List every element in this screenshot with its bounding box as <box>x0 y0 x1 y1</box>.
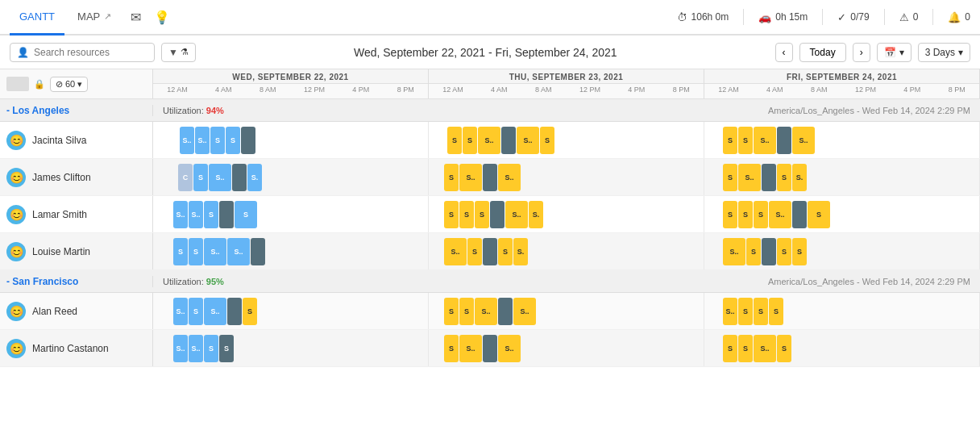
shift-block[interactable]: S.. <box>204 238 226 265</box>
shift-block[interactable]: S.. <box>505 201 528 228</box>
shift-block[interactable]: S.. <box>513 298 536 325</box>
shift-block[interactable]: S <box>723 335 737 362</box>
shift-block[interactable]: S <box>189 298 203 325</box>
shift-block[interactable]: S.. <box>478 127 500 154</box>
shift-block[interactable]: S <box>219 335 234 362</box>
search-input[interactable] <box>34 47 147 58</box>
shift-block[interactable]: S <box>754 298 768 325</box>
shift-block[interactable]: S <box>723 201 737 228</box>
shift-block[interactable]: S <box>738 298 753 325</box>
shift-block[interactable] <box>792 201 807 228</box>
shift-block[interactable]: S.. <box>723 238 745 265</box>
filter-button[interactable]: ▼ ⚗ <box>161 43 196 62</box>
today-button[interactable]: Today <box>799 43 846 62</box>
shift-block[interactable]: S <box>738 127 753 154</box>
shift-block[interactable]: S.. <box>769 201 791 228</box>
shift-block[interactable]: S.. <box>173 201 188 228</box>
group-name-sf[interactable]: - San Francisco <box>0 276 153 287</box>
shift-block[interactable]: S <box>189 238 203 265</box>
prev-button[interactable]: ‹ <box>775 43 793 62</box>
shift-block[interactable]: S.. <box>459 335 482 362</box>
shift-block[interactable]: S.. <box>459 164 482 191</box>
shift-block[interactable]: S. <box>513 238 528 265</box>
shift-block[interactable] <box>241 127 255 154</box>
shift-block[interactable]: S <box>447 127 462 154</box>
shift-block[interactable] <box>498 298 513 325</box>
shift-block[interactable] <box>501 127 516 154</box>
shift-block[interactable]: S <box>540 127 554 154</box>
group-name-la[interactable]: - Los Angeles <box>0 105 153 116</box>
shift-block[interactable]: S.. <box>517 127 539 154</box>
shift-block[interactable]: S.. <box>173 335 188 362</box>
shift-block[interactable]: S <box>444 335 459 362</box>
shift-block[interactable]: S.. <box>189 335 203 362</box>
shift-block[interactable] <box>490 201 505 228</box>
shift-block[interactable]: S. <box>792 164 807 191</box>
shift-block[interactable]: S <box>463 127 477 154</box>
shift-block[interactable] <box>762 238 776 265</box>
shift-block[interactable]: S <box>738 201 753 228</box>
shift-block[interactable]: S.. <box>754 127 776 154</box>
shift-block[interactable]: S <box>459 298 474 325</box>
shift-block[interactable]: S <box>738 335 753 362</box>
mail-icon[interactable]: ✉ <box>131 10 141 25</box>
search-box[interactable]: 👤 <box>10 43 155 62</box>
shift-block[interactable] <box>762 164 776 191</box>
shift-block[interactable]: S. <box>247 164 262 191</box>
shift-block[interactable]: S.. <box>792 127 815 154</box>
shift-block[interactable]: S <box>243 298 257 325</box>
shift-block[interactable] <box>251 238 265 265</box>
shift-block[interactable]: S.. <box>754 335 776 362</box>
shift-block[interactable] <box>483 164 497 191</box>
lightbulb-icon[interactable]: 💡 <box>154 10 170 25</box>
shift-block[interactable]: S.. <box>195 127 210 154</box>
shift-block[interactable]: S.. <box>209 164 231 191</box>
tab-map[interactable]: MAP ↗ <box>68 0 121 36</box>
shift-block[interactable] <box>483 238 497 265</box>
shift-block[interactable]: S <box>173 238 188 265</box>
shift-block[interactable]: S <box>444 164 459 191</box>
next-button[interactable]: › <box>853 43 870 62</box>
shift-block[interactable]: S <box>808 201 830 228</box>
shift-block[interactable]: S <box>235 201 257 228</box>
shift-block[interactable]: S <box>498 238 513 265</box>
shift-block[interactable]: S.. <box>475 298 497 325</box>
shift-block[interactable]: S <box>746 238 761 265</box>
shift-block[interactable]: S <box>226 127 240 154</box>
shift-block[interactable] <box>219 201 234 228</box>
days-view-button[interactable]: 3 Days ▾ <box>918 43 970 62</box>
shift-block[interactable]: C <box>178 164 193 191</box>
shift-block[interactable]: S.. <box>189 201 203 228</box>
shift-block[interactable]: S <box>777 335 791 362</box>
shift-block[interactable]: S <box>723 127 737 154</box>
shift-block[interactable]: S.. <box>723 298 737 325</box>
shift-block[interactable] <box>777 127 791 154</box>
shift-block[interactable]: S <box>475 201 489 228</box>
shift-block[interactable] <box>227 298 242 325</box>
shift-block[interactable]: S <box>769 298 783 325</box>
shift-block[interactable]: S.. <box>180 127 194 154</box>
shift-block[interactable] <box>483 335 497 362</box>
shift-block[interactable]: S <box>210 127 225 154</box>
shift-block[interactable]: S <box>444 298 459 325</box>
shift-block[interactable]: S <box>204 335 218 362</box>
shift-block[interactable]: S <box>444 201 459 228</box>
shift-block[interactable]: S <box>723 164 737 191</box>
shift-block[interactable]: S <box>467 238 482 265</box>
shift-block[interactable]: S.. <box>227 238 250 265</box>
shift-block[interactable] <box>232 164 247 191</box>
shift-block[interactable]: S.. <box>204 298 226 325</box>
calendar-view-button[interactable]: 📅 ▾ <box>877 43 911 62</box>
shift-block[interactable]: S.. <box>498 335 521 362</box>
shift-block[interactable]: S <box>792 238 807 265</box>
shift-block[interactable]: S.. <box>498 164 521 191</box>
shift-block[interactable]: S. <box>529 201 543 228</box>
shift-block[interactable]: S.. <box>444 238 467 265</box>
shift-block[interactable]: S <box>204 201 218 228</box>
tab-gantt[interactable]: GANTT <box>10 0 64 36</box>
shift-block[interactable]: S <box>777 238 791 265</box>
shift-block[interactable]: S.. <box>173 298 188 325</box>
shift-block[interactable]: S <box>777 164 791 191</box>
shift-block[interactable]: S <box>754 201 768 228</box>
shift-block[interactable]: S <box>459 201 474 228</box>
